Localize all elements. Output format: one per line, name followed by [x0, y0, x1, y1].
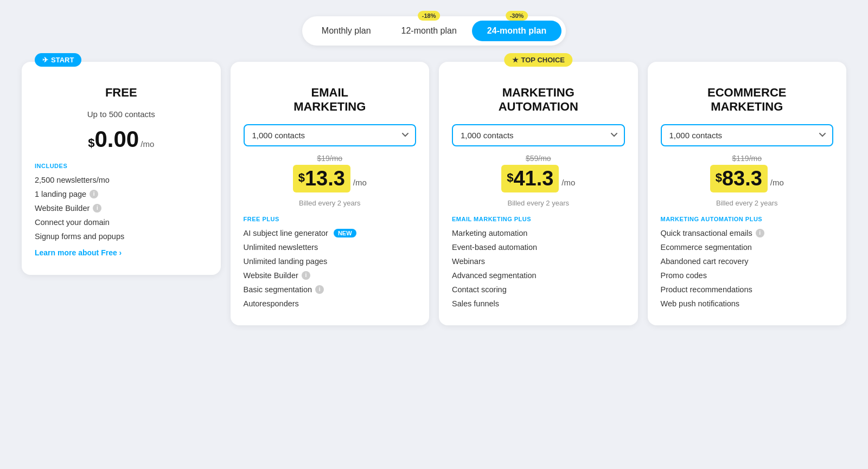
billing-note: Billed every 2 years	[452, 199, 625, 207]
price-sym: $	[507, 171, 513, 184]
free-price-row: $0.00/mo	[35, 126, 208, 154]
contacts-dropdown[interactable]: 1,000 contacts	[244, 124, 417, 146]
price-highlight: $13.3	[293, 165, 350, 192]
feature-item: Quick transactional emailsi	[661, 229, 834, 237]
billing-note: Billed every 2 years	[661, 199, 834, 207]
feature-text: Webinars	[452, 257, 485, 266]
feature-text: Marketing automation	[452, 229, 527, 237]
billing-note: Billed every 2 years	[244, 199, 417, 207]
badge-text: START	[51, 56, 74, 64]
badge-icon: ✈	[42, 56, 48, 64]
feature-text: Website Builder	[35, 204, 90, 213]
price-currency-symbol: $	[88, 132, 94, 154]
feature-item: 2,500 newsletters/mo	[35, 176, 208, 184]
feature-list: Quick transactional emailsiEcommerce seg…	[661, 229, 834, 308]
price-period: /mo	[770, 178, 784, 187]
feature-text: Quick transactional emails	[661, 229, 752, 237]
feature-item: Basic segmentationi	[244, 285, 417, 294]
feature-text: Promo codes	[661, 271, 707, 280]
feature-item: Marketing automation	[452, 229, 625, 237]
price-highlight: $41.3	[501, 165, 559, 192]
feature-list: 2,500 newsletters/mo1 landing pageiWebsi…	[35, 176, 208, 241]
pricing-card-free: ✈ STARTFREEUp to 500 contacts$0.00/moINC…	[22, 62, 221, 275]
feature-item: Signup forms and popups	[35, 232, 208, 241]
feature-item: Event-based automation	[452, 243, 625, 252]
feature-item: Sales funnels	[452, 299, 625, 308]
feature-text: Connect your domain	[35, 218, 110, 227]
card-title: EMAILMARKETING	[244, 86, 417, 114]
feature-item: Web push notifications	[661, 299, 834, 308]
price-period: /mo	[141, 139, 154, 149]
info-icon[interactable]: i	[93, 204, 101, 213]
feature-text: Event-based automation	[452, 243, 537, 252]
price-row: $13.3/mo	[244, 165, 417, 194]
card-title: FREE	[35, 86, 208, 100]
feature-text: Product recommendations	[661, 285, 752, 294]
badge-text: TOP CHOICE	[521, 56, 565, 64]
card-badge-marketing-automation: ★ TOP CHOICE	[505, 53, 572, 67]
feature-item: Connect your domain	[35, 218, 208, 227]
feature-text: Autoresponders	[244, 299, 299, 308]
info-icon[interactable]: i	[756, 229, 764, 237]
feature-item: 1 landing pagei	[35, 190, 208, 198]
price-area: $0.00/mo	[35, 126, 208, 154]
price-sym: $	[298, 171, 305, 184]
feature-item: Autoresponders	[244, 299, 417, 308]
discount-badge-12month: -18%	[418, 11, 441, 21]
price-area: $59/mo$41.3/mo	[452, 154, 625, 194]
feature-text: Ecommerce segmentation	[661, 243, 752, 252]
badge-icon: ★	[512, 56, 519, 64]
cards-container: ✈ STARTFREEUp to 500 contacts$0.00/moINC…	[22, 62, 846, 325]
feature-text: AI subject line generator	[244, 229, 328, 237]
price-period: /mo	[353, 178, 367, 187]
contacts-text: Up to 500 contacts	[35, 110, 208, 119]
feature-item: Advanced segmentation	[452, 271, 625, 280]
feature-list: Marketing automationEvent-based automati…	[452, 229, 625, 308]
price-main: $41.3	[507, 167, 553, 190]
feature-item: Product recommendations	[661, 285, 834, 294]
price-period: /mo	[561, 178, 575, 187]
feature-item: AI subject line generatorNEW	[244, 229, 417, 237]
learn-more-link[interactable]: Learn more about Free ›	[35, 248, 122, 257]
feature-item: Webinars	[452, 257, 625, 266]
price-free-value: 0.00	[94, 126, 139, 152]
contacts-dropdown[interactable]: 1,000 contacts	[452, 124, 625, 146]
plan-option-24month[interactable]: -30%24-month plan	[472, 21, 561, 41]
price-area: $19/mo$13.3/mo	[244, 154, 417, 194]
discount-badge-24month: -30%	[506, 11, 528, 21]
feature-item: Promo codes	[661, 271, 834, 280]
section-label: EMAIL MARKETING PLUS	[452, 216, 625, 222]
feature-item: Abandoned cart recovery	[661, 257, 834, 266]
info-icon[interactable]: i	[302, 271, 310, 280]
feature-item: Website Builderi	[244, 271, 417, 280]
feature-text: Unlimited landing pages	[244, 257, 328, 266]
price-sym: $	[716, 171, 722, 184]
feature-item: Unlimited landing pages	[244, 257, 417, 266]
info-icon[interactable]: i	[315, 285, 324, 294]
price-highlight: $83.3	[710, 165, 768, 192]
contacts-dropdown[interactable]: 1,000 contacts	[661, 124, 834, 146]
price-original: $119/mo	[661, 154, 834, 163]
info-icon[interactable]: i	[90, 190, 98, 198]
plan-option-12month[interactable]: -18%12-month plan	[386, 21, 472, 41]
price-main: $13.3	[298, 167, 345, 190]
feature-text: Abandoned cart recovery	[661, 257, 749, 266]
feature-list: AI subject line generatorNEWUnlimited ne…	[244, 229, 417, 308]
feature-text: Unlimited newsletters	[244, 243, 318, 252]
price-original: $59/mo	[452, 154, 625, 163]
price-row: $83.3/mo	[661, 165, 834, 194]
pricing-card-ecommerce-marketing: ECOMMERCEMARKETING1,000 contacts$119/mo$…	[648, 62, 847, 325]
feature-text: Basic segmentation	[244, 285, 312, 294]
card-badge-free: ✈ START	[35, 53, 81, 67]
feature-text: Sales funnels	[452, 299, 499, 308]
feature-text: Website Builder	[244, 271, 298, 280]
feature-text: Signup forms and popups	[35, 232, 124, 241]
plan-option-monthly[interactable]: Monthly plan	[307, 21, 386, 41]
price-original: $19/mo	[244, 154, 417, 163]
feature-text: 1 landing page	[35, 190, 86, 198]
feature-item: Unlimited newsletters	[244, 243, 417, 252]
feature-text: Web push notifications	[661, 299, 740, 308]
feature-item: Ecommerce segmentation	[661, 243, 834, 252]
card-title: MARKETINGAUTOMATION	[452, 86, 625, 114]
feature-item: Contact scoring	[452, 285, 625, 294]
